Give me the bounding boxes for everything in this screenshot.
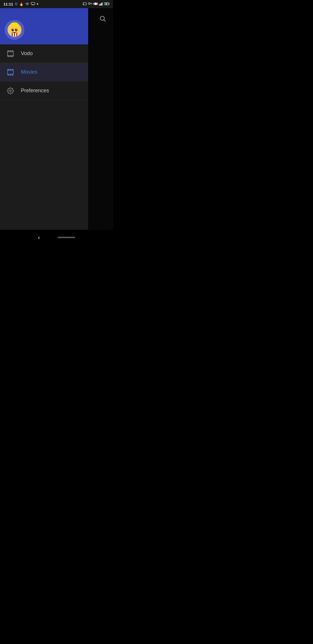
dot-icon: • xyxy=(37,1,39,7)
vibrate-icon xyxy=(93,2,98,6)
svg-rect-4 xyxy=(94,3,97,5)
svg-rect-14 xyxy=(10,24,19,26)
svg-rect-6 xyxy=(100,3,101,6)
svg-rect-10 xyxy=(109,3,110,4)
svg-rect-36 xyxy=(10,69,11,70)
status-bar: 11:11 G 🔥 • xyxy=(0,0,113,8)
sidebar-item-vodo-label: Vodo xyxy=(21,50,33,57)
svg-rect-16 xyxy=(12,33,13,36)
svg-rect-34 xyxy=(8,74,13,74)
svg-rect-38 xyxy=(8,74,9,75)
svg-rect-24 xyxy=(8,52,13,52)
main-content: Vodo xyxy=(0,8,113,230)
home-pill[interactable] xyxy=(58,237,75,238)
signal-icon xyxy=(99,2,103,6)
sidebar-item-preferences[interactable]: Preferences xyxy=(0,82,88,100)
svg-rect-28 xyxy=(12,51,13,52)
svg-rect-33 xyxy=(8,70,13,71)
svg-point-22 xyxy=(16,29,17,30)
svg-rect-7 xyxy=(101,3,102,6)
svg-rect-26 xyxy=(8,51,9,52)
google-icon: G xyxy=(15,2,17,6)
status-time: 11:11 xyxy=(3,2,13,6)
svg-point-21 xyxy=(13,29,14,30)
svg-rect-0 xyxy=(31,2,35,5)
svg-rect-25 xyxy=(8,55,13,56)
back-button[interactable]: ‹ xyxy=(38,234,40,241)
svg-rect-40 xyxy=(12,74,13,75)
search-icon xyxy=(99,15,106,22)
svg-rect-17 xyxy=(14,33,15,36)
right-panel[interactable] xyxy=(88,8,113,230)
sidebar-item-vodo[interactable]: Vodo xyxy=(0,44,88,63)
sidebar-item-movies[interactable]: Movies xyxy=(0,63,88,82)
svg-rect-27 xyxy=(10,51,11,52)
phone-container: 11:11 G 🔥 • xyxy=(0,0,113,245)
key-icon xyxy=(88,2,92,6)
svg-rect-18 xyxy=(16,33,17,36)
fire-icon: 🔥 xyxy=(19,2,23,6)
svg-rect-29 xyxy=(8,56,9,57)
gear-icon xyxy=(6,86,15,95)
svg-rect-39 xyxy=(10,74,11,75)
avatar xyxy=(5,20,24,40)
screen-icon xyxy=(31,2,35,6)
svg-rect-8 xyxy=(103,2,103,6)
popcorn-avatar-svg xyxy=(6,22,23,38)
status-bar-left: 11:11 G 🔥 • xyxy=(3,1,38,7)
status-bar-right xyxy=(83,2,110,6)
sidebar-item-movies-label: Movies xyxy=(21,69,37,75)
film-icon-movies xyxy=(6,68,15,77)
svg-point-3 xyxy=(88,3,90,4)
svg-rect-37 xyxy=(12,69,13,70)
film-icon-vodo xyxy=(6,49,15,58)
svg-rect-31 xyxy=(12,56,13,57)
drawer-header xyxy=(0,8,88,44)
svg-rect-30 xyxy=(10,56,11,57)
search-button[interactable] xyxy=(97,13,108,24)
drawer: Vodo xyxy=(0,8,88,230)
wifi-icon xyxy=(25,2,29,6)
svg-rect-5 xyxy=(99,4,100,6)
svg-rect-35 xyxy=(8,69,9,70)
navigation-bar: ‹ xyxy=(0,230,113,245)
sidebar-item-preferences-label: Preferences xyxy=(21,88,49,94)
battery-icon xyxy=(104,2,110,6)
drawer-nav: Vodo xyxy=(0,44,88,230)
cast-icon xyxy=(83,2,87,6)
